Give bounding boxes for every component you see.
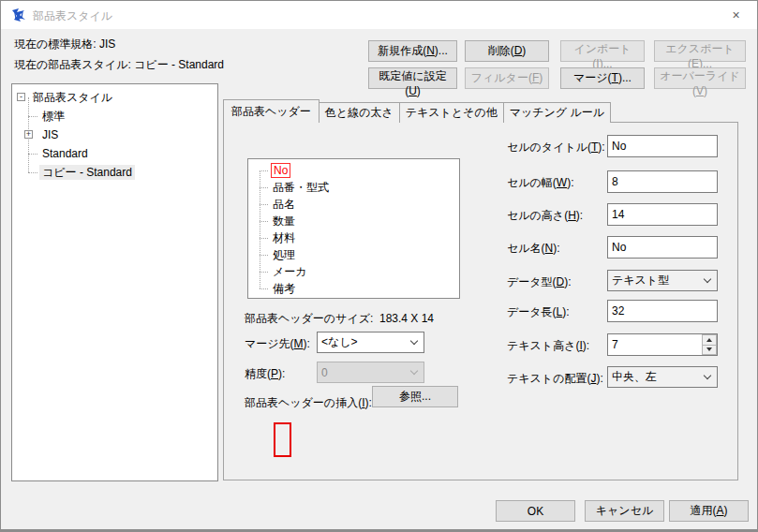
column-item-label: 品名 [271,198,297,211]
tree-item-label: コピー - Standard [39,165,135,180]
cell-height-input[interactable] [607,203,718,226]
delete-button[interactable]: 削除(D) [465,40,549,62]
column-item-label: 数量 [271,214,297,228]
precision-label: 精度(P): [245,366,285,382]
text-align-select[interactable]: 中央、左 [607,366,718,388]
column-item-label: メーカ [271,265,309,278]
text-align-label: テキストの配置(J): [507,371,603,387]
column-item[interactable]: 数量 [248,213,459,229]
cell-height-label: セルの高さ(H): [507,208,583,224]
column-item-label: 品番・型式 [271,181,331,194]
tab-matching-rule[interactable]: マッチング ルール [503,102,611,123]
list-connector [260,221,268,222]
title-bar: 部品表スタイル × [1,1,757,29]
precision-select: 0 [317,362,424,383]
tree-connector [28,154,37,155]
tab-text-other[interactable]: テキストとその他 [399,102,504,123]
column-item[interactable]: 品番・型式 [248,179,459,196]
merge-button[interactable]: マージ(T)... [560,67,645,89]
cell-name-label: セル名(N): [507,241,560,257]
column-item[interactable]: 品名 [248,196,459,213]
tab-bom-header[interactable]: 部品表ヘッダー [223,99,320,123]
chevron-down-icon [410,367,418,375]
tab-color-lineweight[interactable]: 色と線の太さ [319,102,400,123]
browse-button[interactable]: 参照... [372,386,458,407]
app-icon [11,7,26,22]
list-connector [260,272,268,273]
spin-up-icon[interactable] [702,334,717,346]
apply-button[interactable]: 適用(A) [669,500,749,522]
merge-to-label: マージ先(M): [245,336,310,352]
preview-cell[interactable] [274,422,291,457]
chevron-down-icon [704,275,711,283]
column-item[interactable]: 処理 [248,246,459,263]
column-item[interactable]: No [248,162,459,179]
cell-name-input[interactable] [607,236,718,259]
chevron-down-icon [410,337,418,345]
column-item[interactable]: メーカ [248,263,459,280]
bom-style-dialog: 部品表スタイル × 現在の標準規格: JIS 現在の部品表スタイル: コピー -… [0,0,758,532]
tree-item[interactable]: コピー - Standard [12,163,217,182]
export-button: エクスポート(E)... [654,40,746,62]
tree-item[interactable]: Standard [12,144,217,163]
header-size-value: 183.4 X 14 [379,312,434,325]
list-connector [260,255,268,256]
column-item-label: No [271,163,290,178]
text-height-label: テキスト高さ(I): [507,338,589,354]
list-connector [260,288,268,289]
list-connector [260,170,268,171]
tree-item[interactable]: +JIS [12,126,217,144]
column-item[interactable]: 備考 [248,280,459,297]
filter-button: フィルター(F) [465,67,549,89]
data-length-label: データ長(L): [507,304,570,320]
insert-header-label: 部品表ヘッダーの挿入(I): [245,395,372,411]
text-height-stepper[interactable] [607,333,718,356]
column-item[interactable]: 材料 [248,229,459,246]
cell-title-input[interactable] [607,135,718,157]
cell-title-label: セルのタイトル(T): [507,140,605,155]
override-button: オーバーライド(V) [654,67,746,89]
cell-width-label: セルの幅(W): [507,175,574,191]
cancel-button[interactable]: キャンセル [585,500,664,522]
chevron-down-icon [704,372,711,379]
tree-connector [28,172,37,173]
tree-item[interactable]: 標準 [12,107,217,126]
new-button[interactable]: 新規作成(N)... [368,40,457,62]
column-item-label: 材料 [271,231,297,244]
current-style-label: 現在の部品表スタイル: コピー - Standard [14,57,224,73]
expand-icon[interactable]: + [24,130,33,139]
tree-item-label: JIS [39,127,61,142]
tree-item[interactable]: -部品表スタイル [12,88,217,107]
list-connector [260,204,268,205]
data-type-select[interactable]: テキスト型 [607,270,718,291]
style-tree[interactable]: -部品表スタイル標準+JISStandardコピー - Standard [11,83,218,481]
list-connector [260,187,268,188]
collapse-icon[interactable]: - [17,93,25,101]
column-item-label: 処理 [271,248,297,261]
tab-bar: 部品表ヘッダー 色と線の太さ テキストとその他 マッチング ルール [223,99,610,123]
data-length-input[interactable] [607,300,718,322]
tree-connector [28,116,37,117]
tree-item-label: 標準 [39,109,67,124]
tree-item-label: 部品表スタイル [30,90,115,105]
tree-item-label: Standard [39,146,91,161]
column-item-label: 備考 [271,282,297,295]
header-size-label: 部品表ヘッダーのサイズ: 183.4 X 14 [245,311,434,327]
spin-down-icon[interactable] [702,346,717,356]
data-type-label: データ型(D): [507,274,572,290]
current-standard-label: 現在の標準規格: JIS [14,37,115,52]
set-default-button[interactable]: 既定値に設定(U) [368,67,457,89]
window-title: 部品表スタイル [33,8,112,24]
ok-button[interactable]: OK [496,500,575,522]
columns-list[interactable]: No品番・型式品名数量材料処理メーカ備考 [247,158,460,299]
close-button[interactable]: × [715,1,757,29]
import-button: インポート(I)... [560,40,645,62]
merge-to-select[interactable]: <なし> [317,332,424,353]
cell-width-input[interactable] [607,170,718,193]
list-connector [260,238,268,239]
